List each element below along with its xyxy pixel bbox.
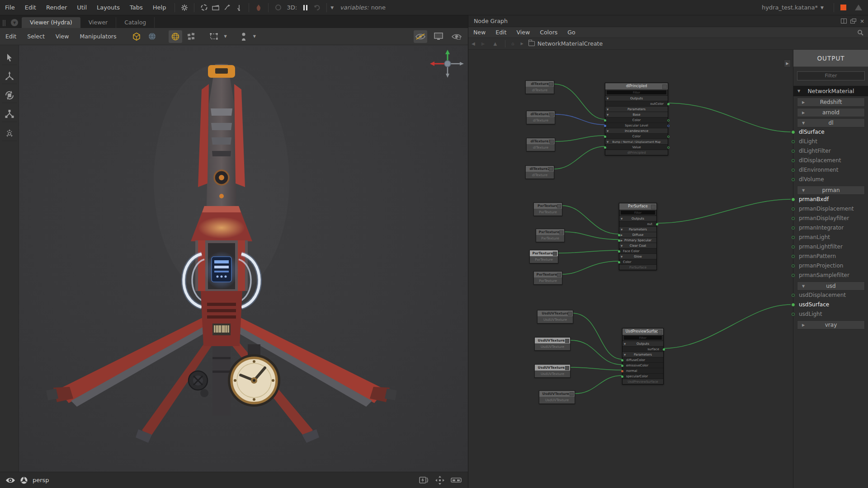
param-row-normal[interactable]: normal [623, 368, 663, 373]
input-port[interactable] [604, 146, 606, 149]
ng-menu-colors[interactable]: Colors [535, 29, 562, 36]
input-port[interactable] [618, 234, 620, 236]
terminal-dlVolume[interactable]: dlVolume [793, 175, 868, 184]
input-port[interactable] [621, 365, 623, 367]
output-port[interactable] [663, 348, 665, 351]
ng-menu-go[interactable]: Go [562, 29, 580, 36]
pane-split-icon[interactable] [841, 19, 847, 23]
section-diffuse[interactable]: Diffuse [619, 232, 656, 237]
terminal-dlDisplacement[interactable]: dlDisplacement [793, 156, 868, 165]
section-incandescence[interactable]: Incandescence [605, 128, 668, 133]
marquee-select-icon[interactable] [208, 30, 221, 43]
output-filter-input[interactable]: Filter [797, 71, 865, 80]
connection-port[interactable] [792, 255, 795, 258]
group-prman[interactable]: ▼prman [797, 186, 865, 195]
terminal-usdLight[interactable]: usdLight [793, 310, 868, 319]
monitor-icon[interactable] [432, 30, 445, 43]
input-port[interactable] [618, 239, 620, 242]
node-dlTexture3[interactable]: dlTexture3 dlTexture [526, 111, 555, 124]
variables-dropdown-icon[interactable]: ▼ [330, 5, 334, 10]
terminal-dlLightFilter[interactable]: dlLightFilter [793, 146, 868, 156]
wire-sphere-icon[interactable] [169, 30, 182, 43]
tab-catalog[interactable]: Catalog [116, 17, 155, 28]
connection-port[interactable] [792, 313, 795, 316]
connection-port[interactable] [792, 169, 795, 172]
connection-port[interactable] [792, 178, 795, 181]
terminal-prmanBxdf[interactable]: prmanBxdf [793, 195, 868, 204]
connection-port[interactable] [792, 198, 795, 201]
node-PxrTexture2[interactable]: PxrTexture2 PxrTexture [536, 229, 565, 242]
breadcrumb-node-name[interactable]: NetworkMaterialCreate [538, 40, 603, 47]
param-row-diffuseColor[interactable]: diffuseColor [623, 357, 663, 362]
section-outputs[interactable]: Outputs [623, 341, 663, 346]
menu-tabs[interactable]: Tabs [125, 4, 148, 11]
input-port[interactable] [621, 370, 623, 372]
ng-menu-new[interactable]: New [468, 29, 491, 36]
node-PxrTexture3[interactable]: PxrTexture3 PxrTexture [529, 250, 558, 263]
connection-port[interactable] [792, 217, 795, 220]
connection-port[interactable] [792, 245, 795, 249]
gear-icon[interactable] [179, 3, 190, 13]
connection-port[interactable] [792, 159, 795, 162]
section-parameters[interactable]: Parameters [623, 352, 663, 357]
input-port[interactable] [621, 375, 623, 378]
input-port[interactable] [604, 119, 606, 122]
connection-port[interactable] [792, 150, 795, 153]
viewer-menu-manipulators[interactable]: Manipulators [74, 33, 122, 40]
connection-port[interactable] [792, 226, 795, 230]
terminal-usdDisplacement[interactable]: usdDisplacement [793, 291, 868, 300]
param-row-face-color[interactable]: Face Color [619, 248, 656, 253]
input-port[interactable] [621, 359, 623, 361]
param-row-glow-color[interactable]: Color [619, 259, 656, 264]
param-row-specularColor[interactable]: specularColor [623, 373, 663, 379]
terminal-prmanDisplacement[interactable]: prmanDisplacement [793, 204, 868, 214]
aperture-icon[interactable] [20, 476, 28, 484]
terminal-prmanLightfilter[interactable]: prmanLightfilter [793, 242, 868, 252]
node-dlPrincipled[interactable]: dlPrincipled Filter Outputs outColor Par… [605, 83, 668, 155]
group-dl[interactable]: ▼dl [797, 118, 865, 127]
output-port[interactable] [656, 223, 658, 225]
marquee-dropdown-icon[interactable]: ▼ [224, 34, 226, 38]
connection-port[interactable] [792, 236, 795, 239]
curve-arrow-icon[interactable] [222, 3, 233, 13]
section-base[interactable]: Base [605, 112, 668, 117]
terminal-prmanIntegrator[interactable]: prmanIntegrator [793, 223, 868, 233]
tab-viewer-hydra[interactable]: Viewer (Hydra) [22, 17, 80, 28]
stereo-glasses-icon[interactable] [451, 477, 462, 483]
rotate-tool-icon[interactable] [2, 88, 17, 103]
pan-arrows-icon[interactable] [435, 476, 444, 485]
shaded-cube-icon[interactable] [130, 30, 143, 43]
output-port[interactable] [667, 136, 670, 138]
message-triangle-icon[interactable] [853, 3, 864, 13]
section-parameters[interactable]: Parameters [605, 106, 668, 112]
output-port[interactable] [667, 119, 670, 122]
group-usd[interactable]: ▼usd [797, 282, 865, 291]
group-vray[interactable]: ▶vray [797, 320, 865, 329]
history-back-icon[interactable]: ◀ [468, 41, 478, 46]
node-filter-field[interactable]: Filter [623, 335, 662, 340]
texture-tiles-icon[interactable] [184, 30, 198, 43]
menu-file[interactable]: File [0, 4, 20, 11]
light-dropdown-icon[interactable]: ▼ [253, 34, 256, 38]
section-outputs[interactable]: Outputs [619, 216, 656, 221]
scale-tool-icon[interactable] [2, 107, 17, 122]
pane-menu-icon[interactable]: ▼ [11, 19, 18, 26]
node-dlTexture2[interactable]: dlTexture2 dlTexture [525, 165, 554, 179]
port-row-outColor[interactable]: outColor [605, 101, 668, 106]
param-row-emissiveColor[interactable]: emissiveColor [623, 362, 663, 368]
terminal-prmanProjection[interactable]: prmanProjection [793, 261, 868, 271]
input-port[interactable] [604, 125, 606, 127]
menu-edit[interactable]: Edit [20, 4, 41, 11]
node-UsdUVTexture1[interactable]: UsdUVTexture1 UsdUVTexture [534, 337, 571, 351]
section-glow[interactable]: Glow [619, 253, 656, 259]
light-person-icon[interactable] [237, 30, 250, 43]
node-filter-field[interactable]: Filter [606, 90, 667, 95]
ng-menu-view[interactable]: View [511, 29, 535, 36]
section-outputs[interactable]: Outputs [605, 95, 668, 101]
section-bump-normal-displacement[interactable]: Bump / Normal / Displacement Map [605, 139, 668, 144]
section-primary-specular[interactable]: Primary Specular [619, 237, 656, 243]
terminal-usdSurface[interactable]: usdSurface [793, 300, 868, 310]
viewer-menu-view[interactable]: View [50, 33, 75, 40]
connection-port[interactable] [792, 264, 795, 267]
home-icon[interactable]: ⌂ [508, 41, 517, 46]
